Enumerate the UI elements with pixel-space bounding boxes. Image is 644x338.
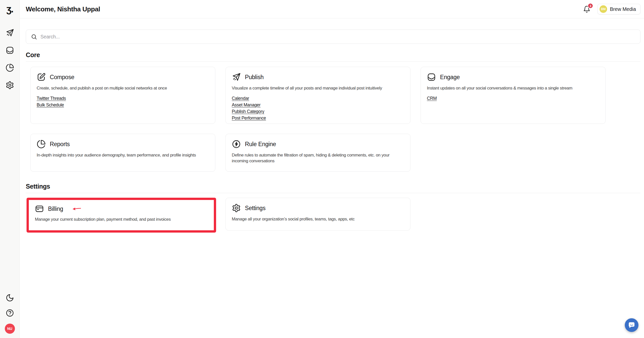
billing-card[interactable]: Billing Manage your current subscription… <box>29 200 214 230</box>
link-asset-manager[interactable]: Asset Manager <box>232 102 261 108</box>
settings-card[interactable]: Settings Manage all your organization’s … <box>225 198 410 231</box>
paper-plane-icon <box>6 29 14 37</box>
link-calendar[interactable]: Calendar <box>232 95 249 102</box>
sidebar: ʒ. <box>0 0 20 338</box>
moon-icon <box>6 294 14 302</box>
card-title: Publish <box>245 74 264 81</box>
sidebar-bottom: NU <box>5 293 15 334</box>
sidebar-nav <box>5 28 14 90</box>
rule-engine-card[interactable]: Rule Engine Define rules to automate the… <box>225 134 410 172</box>
user-avatar[interactable]: NU <box>5 324 15 334</box>
dark-mode-toggle[interactable] <box>5 293 14 302</box>
account-switcher-button[interactable]: BM Brew Media <box>597 4 640 14</box>
reports-card[interactable]: Reports In-depth insights into your audi… <box>30 134 215 172</box>
credit-card-icon <box>35 204 44 213</box>
statusbrew-logo[interactable]: ʒ. <box>6 3 13 16</box>
link-publish-category[interactable]: Publish Category <box>232 108 264 115</box>
search-bar <box>26 30 640 44</box>
search-input[interactable] <box>40 34 635 40</box>
card-title: Engage <box>440 74 460 81</box>
search-icon <box>31 34 37 40</box>
topbar: Welcome, Nishtha Uppal 3 BM Brew Media <box>20 0 644 18</box>
zap-icon <box>232 140 241 149</box>
core-cards-row-2: Reports In-depth insights into your audi… <box>30 134 640 172</box>
help-icon <box>6 309 14 317</box>
publish-card[interactable]: Publish Visualize a complete timeline of… <box>225 67 410 124</box>
chat-launcher-button[interactable] <box>625 318 638 332</box>
link-crm[interactable]: CRM <box>427 95 437 102</box>
link-bulk-schedule[interactable]: Bulk Schedule <box>37 102 64 108</box>
divider <box>26 61 640 62</box>
compose-icon <box>37 73 46 82</box>
notification-badge: 3 <box>588 3 593 9</box>
sidebar-item-reports[interactable] <box>5 63 14 72</box>
card-description: Visualize a complete timeline of all you… <box>232 85 404 91</box>
help-button[interactable] <box>5 308 14 318</box>
pie-chart-icon <box>6 63 14 72</box>
divider <box>26 193 640 193</box>
section-heading-settings: Settings <box>26 183 640 190</box>
core-cards-row-1: Compose Create, schedule, and publish a … <box>30 67 640 124</box>
highlight-frame: Billing Manage your current subscription… <box>27 198 216 233</box>
card-title: Rule Engine <box>245 141 276 148</box>
topbar-right: 3 BM Brew Media <box>582 4 640 14</box>
card-title: Compose <box>50 74 74 81</box>
card-description: Manage your current subscription plan, p… <box>35 217 208 222</box>
card-description: Manage all your organization’s social pr… <box>232 216 404 222</box>
card-title: Settings <box>245 205 266 212</box>
account-avatar: BM <box>600 5 607 13</box>
link-post-performance[interactable]: Post Performance <box>232 115 266 121</box>
sidebar-item-settings[interactable] <box>5 81 14 90</box>
notifications-button[interactable]: 3 <box>582 5 591 13</box>
card-description: Create, schedule, and publish a post on … <box>37 85 209 91</box>
chat-bubble-icon <box>628 321 635 329</box>
card-description: In-depth insights into your audience dem… <box>37 152 209 158</box>
pie-chart-icon <box>37 140 46 149</box>
card-title: Billing <box>48 206 63 212</box>
account-name: Brew Media <box>610 6 636 12</box>
page-title: Welcome, Nishtha Uppal <box>26 5 100 13</box>
settings-cards-row: Billing Manage your current subscription… <box>26 198 640 233</box>
link-twitter-threads[interactable]: Twitter Threads <box>37 95 66 102</box>
gear-icon <box>232 204 241 213</box>
card-description: Define rules to automate the filtration … <box>232 152 404 164</box>
card-title: Reports <box>50 141 70 148</box>
inbox-icon <box>427 73 436 82</box>
sidebar-item-publish[interactable] <box>5 28 14 37</box>
inbox-icon <box>6 46 14 55</box>
compose-card[interactable]: Compose Create, schedule, and publish a … <box>30 67 215 124</box>
section-heading-core: Core <box>26 51 640 58</box>
engage-card[interactable]: Engage Instant updates on all your socia… <box>421 67 606 124</box>
main-area: Welcome, Nishtha Uppal 3 BM Brew Media <box>20 0 644 338</box>
gear-icon <box>6 81 14 89</box>
content: Core Compose Create, schedule, and publi… <box>20 30 644 233</box>
red-arrow-annotation <box>67 204 81 213</box>
sidebar-item-engage[interactable] <box>5 46 14 55</box>
paper-plane-icon <box>232 73 241 82</box>
card-description: Instant updates on all your social conve… <box>427 85 599 91</box>
